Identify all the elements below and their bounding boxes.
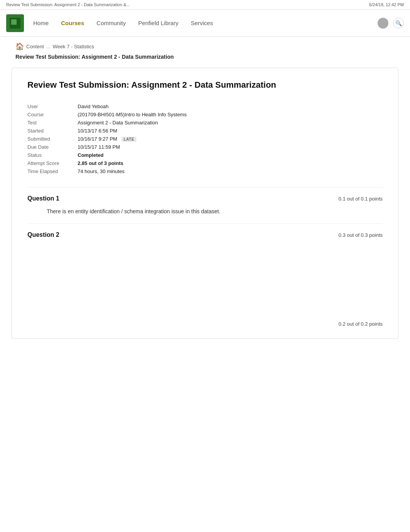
card-title: Review Test Submission: Assignment 2 - D… — [27, 80, 383, 91]
started-value: 10/13/17 6:56 PM — [78, 128, 117, 134]
info-table: User David Yeboah Course (201709-BHI501-… — [27, 102, 383, 175]
logo[interactable] — [6, 14, 24, 32]
attempt-score-label: Attempt Score — [27, 160, 78, 166]
nav-item-library[interactable]: Penfield Library — [138, 17, 178, 29]
info-row-started: Started 10/13/17 6:56 PM — [27, 127, 383, 135]
submitted-value: 10/16/17 9:27 PM LATE — [78, 136, 136, 142]
user-avatar[interactable] — [378, 18, 388, 29]
started-label: Started — [27, 128, 78, 134]
question-1-header: Question 1 0.1 out of 0.1 points — [27, 195, 383, 202]
course-label: Course — [27, 112, 78, 117]
time-elapsed-label: Time Elapsed — [27, 168, 78, 174]
breadcrumb-content[interactable]: Content — [26, 44, 44, 49]
question-1-title: Question 1 — [27, 195, 59, 202]
user-label: User — [27, 104, 78, 109]
nav-right: 🔍 — [378, 18, 404, 29]
search-icon[interactable]: 🔍 — [393, 18, 404, 29]
time-elapsed-value: 74 hours, 30 minutes — [78, 168, 124, 174]
breadcrumb-ellipsis: ... — [46, 44, 51, 49]
late-badge: LATE — [122, 137, 136, 142]
top-bar: Review Test Submission: Assignment 2 - D… — [0, 0, 410, 10]
question-2-score: 0.3 out of 0.3 points — [339, 232, 383, 238]
nav-item-community[interactable]: Community — [97, 17, 126, 29]
user-value: David Yeboah — [78, 104, 108, 109]
nav-item-services[interactable]: Services — [191, 17, 213, 29]
status-label: Status — [27, 152, 78, 158]
info-row-time-elapsed: Time Elapsed 74 hours, 30 minutes — [27, 167, 383, 175]
nav-item-courses[interactable]: Courses — [61, 17, 84, 29]
nav-items: Home Courses Community Penfield Library … — [33, 17, 378, 29]
info-row-status: Status Completed — [27, 151, 383, 159]
nav-item-home[interactable]: Home — [33, 17, 49, 29]
info-row-test: Test Assignment 2 - Data Summarization — [27, 119, 383, 127]
breadcrumb: 🏠 Content ... Week 7 - Statistics — [0, 37, 410, 53]
info-row-course: Course (201709-BHI501-M5)Intro to Health… — [27, 110, 383, 119]
test-value: Assignment 2 - Data Summarization — [78, 120, 158, 126]
info-row-submitted: Submitted 10/16/17 9:27 PM LATE — [27, 135, 383, 143]
question-1-body: There is en entity identification / sche… — [27, 207, 383, 216]
due-date-value: 10/15/17 11:59 PM — [78, 144, 120, 150]
info-row-user: User David Yeboah — [27, 102, 383, 110]
test-label: Test — [27, 120, 78, 126]
status-value: Completed — [78, 152, 103, 158]
info-row-attempt-score: Attempt Score 2.85 out of 3 points — [27, 159, 383, 167]
breadcrumb-week[interactable]: Week 7 - Statistics — [53, 44, 94, 49]
tab-title: Review Test Submission: Assignment 2 - D… — [6, 2, 130, 7]
nav-bar: Home Courses Community Penfield Library … — [0, 10, 410, 37]
question-2-title: Question 2 — [27, 231, 59, 238]
due-date-label: Due Date — [27, 144, 78, 150]
home-icon[interactable]: 🏠 — [15, 42, 24, 51]
question-1-score: 0.1 out of 0.1 points — [339, 196, 383, 202]
attempt-score-value: 2.85 out of 3 points — [78, 160, 123, 166]
question-2-header: Question 2 0.3 out of 0.3 points — [27, 231, 383, 238]
logo-icon — [10, 18, 20, 29]
submitted-label: Submitted — [27, 136, 78, 142]
question-block-1: Question 1 0.1 out of 0.1 points There i… — [27, 187, 383, 216]
page-title: Review Test Submission: Assignment 2 - D… — [0, 53, 410, 64]
datetime: 6/24/18, 12:42 PM — [369, 2, 404, 7]
main-card: Review Test Submission: Assignment 2 - D… — [12, 68, 398, 339]
info-row-due-date: Due Date 10/15/17 11:59 PM — [27, 143, 383, 151]
trailing-score: 0.2 out of 0.2 points — [27, 244, 383, 327]
course-value: (201709-BHI501-M5)Intro to Health Info S… — [78, 112, 187, 117]
question-block-2: Question 2 0.3 out of 0.3 points 0.2 out… — [27, 223, 383, 327]
